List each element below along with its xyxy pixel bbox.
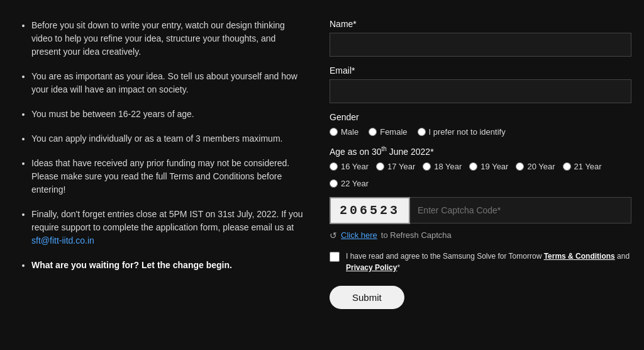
refresh-captcha-link[interactable]: Click here bbox=[341, 230, 377, 240]
age-19-radio[interactable] bbox=[469, 162, 477, 171]
age-18-radio[interactable] bbox=[423, 162, 431, 171]
captcha-row: 206523 bbox=[330, 197, 631, 224]
email-input[interactable] bbox=[330, 79, 631, 103]
age-radio-group: 16 Year 17 Year 18 Year 19 Year 20 Year bbox=[330, 162, 631, 188]
gender-female-label: Female bbox=[380, 127, 407, 137]
list-item-closing: Finally, don't forget entries close at 5… bbox=[31, 208, 304, 247]
list-item-bold: What are you waiting for? Let the change… bbox=[31, 259, 304, 272]
name-label: Name* bbox=[330, 19, 631, 29]
right-column: Name* Email* Gender Male Female bbox=[330, 13, 631, 309]
age-17-label: 17 Year bbox=[387, 162, 415, 171]
bullet-list: Before you sit down to write your entry,… bbox=[19, 19, 304, 272]
list-item: You are as important as your idea. So te… bbox=[31, 70, 304, 96]
age-17[interactable]: 17 Year bbox=[376, 162, 415, 171]
gender-male-radio[interactable] bbox=[330, 128, 338, 136]
left-column: Before you sit down to write your entry,… bbox=[19, 13, 304, 309]
age-17-radio[interactable] bbox=[376, 162, 384, 171]
captcha-image: 206523 bbox=[330, 197, 410, 224]
age-19-label: 19 Year bbox=[480, 162, 508, 171]
age-label: Age as on 30th June 2022* bbox=[330, 145, 631, 157]
age-21-label: 21 Year bbox=[574, 162, 602, 171]
list-item-funding: Ideas that have received any prior fundi… bbox=[31, 157, 304, 196]
list-item: Before you sit down to write your entry,… bbox=[31, 19, 304, 59]
gender-label: Gender bbox=[330, 112, 631, 122]
name-input[interactable] bbox=[330, 33, 631, 57]
age-21[interactable]: 21 Year bbox=[563, 162, 602, 171]
age-20-label: 20 Year bbox=[527, 162, 555, 171]
gender-male[interactable]: Male bbox=[330, 127, 358, 137]
email-label: Email* bbox=[330, 65, 631, 76]
email-group: Email* bbox=[330, 65, 631, 103]
age-22-label: 22 Year bbox=[341, 179, 369, 188]
age-16[interactable]: 16 Year bbox=[330, 162, 369, 171]
list-item: You can apply individually or as a team … bbox=[31, 132, 304, 145]
age-20-radio[interactable] bbox=[516, 162, 524, 171]
age-18-label: 18 Year bbox=[434, 162, 462, 171]
email-link[interactable]: sft@fitt-iitd.co.in bbox=[31, 235, 94, 246]
terms-checkbox[interactable] bbox=[330, 252, 340, 262]
age-19[interactable]: 19 Year bbox=[469, 162, 508, 171]
age-21-radio[interactable] bbox=[563, 162, 571, 171]
privacy-policy-link[interactable]: Privacy Policy bbox=[346, 263, 397, 272]
age-18[interactable]: 18 Year bbox=[423, 162, 462, 171]
age-22-radio[interactable] bbox=[330, 179, 338, 188]
terms-row: I have read and agree to the Samsung Sol… bbox=[330, 251, 631, 273]
age-section: Age as on 30th June 2022* 16 Year 17 Yea… bbox=[330, 145, 631, 188]
age-20[interactable]: 20 Year bbox=[516, 162, 555, 171]
list-item: You must be between 16-22 years of age. bbox=[31, 108, 304, 121]
gender-male-label: Male bbox=[341, 127, 358, 137]
gender-female[interactable]: Female bbox=[369, 127, 407, 137]
terms-text: I have read and agree to the Samsung Sol… bbox=[346, 251, 631, 273]
gender-section: Gender Male Female I prefer not to ident… bbox=[330, 112, 631, 137]
gender-prefer-label: I prefer not to identify bbox=[429, 127, 506, 137]
gender-radio-group: Male Female I prefer not to identify bbox=[330, 127, 631, 137]
refresh-icon: ↺ bbox=[330, 230, 337, 240]
page-container: Before you sit down to write your entry,… bbox=[0, 0, 644, 322]
refresh-captcha-text: to Refresh Captcha bbox=[381, 230, 452, 240]
age-16-label: 16 Year bbox=[341, 162, 369, 171]
name-group: Name* bbox=[330, 19, 631, 57]
gender-female-radio[interactable] bbox=[369, 128, 377, 136]
age-16-radio[interactable] bbox=[330, 162, 338, 171]
captcha-input[interactable] bbox=[410, 197, 631, 223]
terms-conditions-link[interactable]: Terms & Conditions bbox=[544, 252, 615, 261]
gender-prefer-not[interactable]: I prefer not to identify bbox=[418, 127, 506, 137]
gender-prefer-radio[interactable] bbox=[418, 128, 426, 136]
submit-button[interactable]: Submit bbox=[330, 286, 404, 309]
refresh-captcha-row: ↺ Click here to Refresh Captcha bbox=[330, 230, 631, 240]
age-22[interactable]: 22 Year bbox=[330, 179, 369, 188]
